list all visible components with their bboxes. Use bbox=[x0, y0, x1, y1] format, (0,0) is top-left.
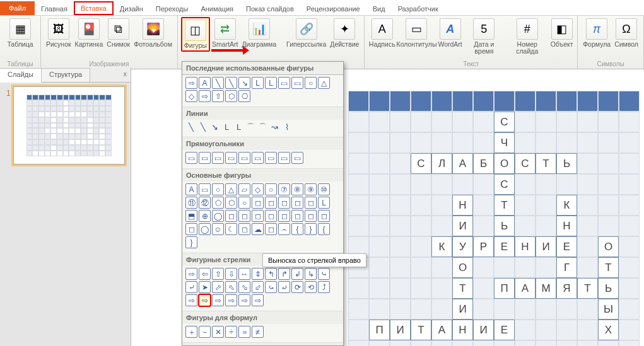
crossword-cell[interactable]: Т bbox=[494, 195, 515, 216]
shape-item[interactable]: ⇦ bbox=[199, 268, 211, 280]
pane-close-button[interactable]: x bbox=[120, 68, 131, 82]
crossword-cell[interactable]: П bbox=[494, 278, 515, 299]
crossword-cell[interactable]: А bbox=[431, 320, 452, 340]
shape-item[interactable]: ▭ bbox=[199, 183, 211, 195]
shape-item[interactable]: ▭ bbox=[212, 152, 224, 164]
shape-item[interactable]: ⬂ bbox=[238, 281, 250, 293]
crossword-cell[interactable]: Т bbox=[536, 153, 556, 174]
shape-item[interactable]: ▭ bbox=[199, 152, 211, 164]
crossword-cell[interactable]: И bbox=[452, 299, 473, 320]
tab-developer[interactable]: Разработчик bbox=[392, 3, 445, 15]
shape-item[interactable]: ◻ bbox=[265, 210, 277, 222]
shape-item[interactable]: ◯ bbox=[212, 210, 224, 222]
shape-item[interactable]: ◻ bbox=[318, 210, 330, 222]
shape-item[interactable]: ◯ bbox=[199, 223, 211, 235]
shape-item[interactable]: L bbox=[221, 122, 232, 132]
shape-item[interactable]: ↰ bbox=[265, 268, 277, 280]
crossword-cell[interactable]: Я bbox=[556, 278, 577, 299]
shapes-button[interactable]: ◫Фигуры bbox=[181, 17, 210, 52]
shape-item[interactable]: ⬡ bbox=[225, 90, 237, 102]
tab-design[interactable]: Дизайн bbox=[114, 3, 149, 15]
shape-item[interactable]: ⑩ bbox=[318, 183, 330, 195]
tab-view[interactable]: Вид bbox=[366, 3, 392, 15]
shape-item[interactable]: ⇨ bbox=[185, 77, 197, 89]
crossword-cell[interactable]: С bbox=[494, 112, 515, 132]
shape-item[interactable]: ↘ bbox=[209, 122, 220, 132]
smartart-button[interactable]: ⇄SmartArt bbox=[210, 17, 240, 49]
crossword-cell[interactable]: Б bbox=[473, 153, 494, 174]
crossword-cell[interactable]: Н bbox=[452, 320, 473, 340]
crossword-cell[interactable]: Ь bbox=[494, 216, 515, 236]
pane-tab-outline[interactable]: Структура bbox=[42, 68, 90, 82]
shape-item[interactable]: ⤾ bbox=[278, 281, 290, 293]
shape-item[interactable]: ⇨ bbox=[185, 294, 197, 306]
equation-button[interactable]: πФормула bbox=[581, 17, 612, 49]
shape-item[interactable]: ◻ bbox=[238, 210, 250, 222]
shape-item[interactable]: ⊕ bbox=[199, 210, 211, 222]
shape-item[interactable]: ○ bbox=[238, 197, 250, 209]
headerfooter-button[interactable]: ▭Колонтитулы bbox=[396, 17, 437, 49]
shape-item[interactable]: ⇨ bbox=[212, 294, 224, 306]
crossword-cell[interactable]: К bbox=[556, 195, 577, 216]
shape-item[interactable]: ＋ bbox=[185, 326, 197, 338]
shape-item[interactable]: A bbox=[185, 183, 197, 195]
symbol-button[interactable]: ΩСимвол bbox=[612, 17, 640, 49]
shape-item[interactable]: ⤿ bbox=[265, 281, 277, 293]
crossword-cell[interactable]: А bbox=[452, 153, 473, 174]
shape-item[interactable]: ▭ bbox=[291, 152, 303, 164]
crossword-cell[interactable]: И bbox=[536, 236, 556, 257]
tab-slideshow[interactable]: Показ слайдов bbox=[240, 3, 300, 15]
shape-item[interactable]: ＝ bbox=[238, 326, 250, 338]
crossword-cell[interactable]: С bbox=[411, 153, 431, 174]
crossword-cell[interactable]: Е bbox=[494, 236, 515, 257]
shape-item[interactable]: ◻ bbox=[252, 210, 264, 222]
shape-item[interactable]: ⑦ bbox=[278, 183, 290, 195]
shape-item[interactable]: ╲ bbox=[225, 77, 237, 89]
crossword-cell[interactable]: Т bbox=[577, 278, 598, 299]
shape-item[interactable]: L bbox=[318, 197, 330, 209]
tab-transitions[interactable]: Переходы bbox=[149, 3, 195, 15]
crossword-cell[interactable]: Г bbox=[556, 257, 577, 278]
shape-item[interactable]: A bbox=[199, 77, 211, 89]
shape-item[interactable]: ◇ bbox=[252, 183, 264, 195]
crossword-cell[interactable]: Н bbox=[515, 236, 536, 257]
crossword-cell[interactable]: Ь bbox=[556, 153, 577, 174]
shape-item[interactable]: ⌒ bbox=[257, 122, 268, 132]
shape-item[interactable]: ↲ bbox=[291, 268, 303, 280]
shape-item[interactable]: ⬒ bbox=[185, 210, 197, 222]
wordart-button[interactable]: AWordArt bbox=[437, 17, 463, 49]
shape-item[interactable]: ⇨ bbox=[185, 268, 197, 280]
shape-item[interactable]: ◇ bbox=[185, 90, 197, 102]
shape-item[interactable]: L bbox=[265, 77, 277, 89]
crossword-cell[interactable]: О bbox=[494, 153, 515, 174]
crossword-cell[interactable]: Л bbox=[431, 153, 452, 174]
crossword-cell[interactable]: С bbox=[494, 174, 515, 195]
pane-tab-slides[interactable]: Слайды bbox=[0, 68, 42, 83]
shape-item[interactable]: ⇨ bbox=[238, 294, 250, 306]
shape-item[interactable]: ⬁ bbox=[225, 281, 237, 293]
shape-item[interactable]: ⟳ bbox=[291, 281, 303, 293]
shape-item[interactable]: ◻ bbox=[185, 223, 197, 235]
crossword-cell[interactable]: А bbox=[515, 278, 536, 299]
shape-item[interactable]: ⤶ bbox=[185, 281, 197, 293]
shape-item[interactable]: ⬀ bbox=[212, 281, 224, 293]
shape-item[interactable]: ⑪ bbox=[185, 197, 197, 209]
shape-item[interactable]: ⬃ bbox=[252, 281, 264, 293]
crossword-cell[interactable]: Х bbox=[598, 320, 619, 340]
tab-insert[interactable]: Вставка bbox=[74, 1, 114, 15]
slidenum-button[interactable]: #Номер слайда bbox=[505, 17, 549, 56]
shape-item[interactable]: ⇧ bbox=[212, 90, 224, 102]
shape-item[interactable]: ⇨ bbox=[199, 90, 211, 102]
crossword-cell[interactable]: И bbox=[390, 320, 411, 340]
tab-animation[interactable]: Анимация bbox=[194, 3, 240, 15]
shape-item[interactable]: ⌇ bbox=[281, 122, 292, 132]
shape-item[interactable]: ⇨ bbox=[252, 294, 264, 306]
shape-item[interactable]: ⤷ bbox=[318, 268, 330, 280]
crossword-cell[interactable]: И bbox=[473, 320, 494, 340]
action-button[interactable]: ✦Действие bbox=[328, 17, 361, 49]
shape-item[interactable]: L bbox=[233, 122, 244, 132]
shape-item[interactable]: ≠ bbox=[252, 326, 264, 338]
shape-item[interactable]: ╲ bbox=[212, 77, 224, 89]
shape-item[interactable]: ⬠ bbox=[212, 197, 224, 209]
datetime-button[interactable]: 5Дата и время bbox=[463, 17, 505, 56]
